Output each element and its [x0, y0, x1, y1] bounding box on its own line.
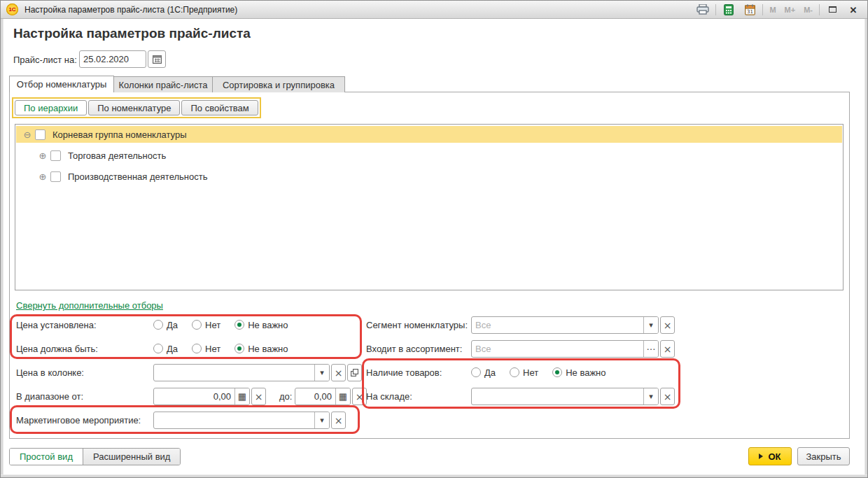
radio-option-yes[interactable]: Да [153, 344, 178, 354]
open-icon [351, 369, 358, 377]
view-tab-by-hierarchy[interactable]: По иерархии [15, 100, 87, 115]
price-set-radio-group: Да Нет Не важно [153, 319, 288, 330]
price-should-be-radio-group: Да Нет Не важно [153, 343, 288, 354]
tab-price-list-columns[interactable]: Колонки прайс-листа [113, 76, 213, 92]
marketing-clear-button[interactable] [331, 412, 346, 429]
tab-nomenclature-selection[interactable]: Отбор номенклатуры [9, 76, 114, 92]
expand-node-icon[interactable] [38, 171, 48, 182]
assortment-clear-button[interactable] [660, 340, 675, 358]
close-button[interactable] [845, 3, 862, 17]
window-frame-left [1, 19, 4, 477]
availability-radio-group: Да Нет Не важно [471, 367, 606, 378]
ellipsis-icon[interactable] [643, 341, 658, 357]
collapse-filters-link[interactable]: Свернуть дополнительные отборы [16, 300, 163, 311]
date-calendar-button[interactable] [148, 50, 166, 68]
view-tab-by-nomenclature[interactable]: По номенклатуре [88, 100, 180, 115]
main-tabs: Отбор номенклатуры Колонки прайс-листа С… [9, 76, 344, 92]
radio-selected-icon [234, 344, 244, 353]
radio-option-no[interactable]: Нет [192, 320, 220, 330]
segment-input[interactable] [472, 317, 643, 333]
tree-checkbox[interactable] [50, 150, 61, 161]
price-list-date-field [79, 50, 146, 68]
assortment-input[interactable] [472, 341, 643, 357]
range-from-clear-button[interactable] [251, 388, 266, 405]
view-switch-group: По иерархии По номенклатуре По свойствам [12, 97, 261, 118]
radio-selected-icon [234, 320, 244, 330]
close-button-label: Закрыть [806, 451, 841, 462]
radio-option-any[interactable]: Не важно [552, 367, 606, 378]
collapse-node-icon[interactable] [22, 129, 32, 140]
ok-button-label: ОК [768, 451, 780, 462]
tree-row-trade-activity[interactable]: Торговая деятельность [16, 147, 842, 164]
titlebar-separator [762, 4, 763, 15]
date-input[interactable] [80, 51, 146, 67]
memory-add-button[interactable]: M+ [783, 6, 798, 14]
memory-recall-button[interactable]: M [767, 6, 778, 14]
price-column-label: Цена в колонке: [16, 367, 84, 378]
expand-node-icon[interactable] [38, 150, 48, 161]
price-column-input[interactable] [154, 365, 314, 381]
radio-option-no[interactable]: Нет [192, 344, 220, 354]
range-to-input[interactable] [295, 388, 335, 405]
radio-option-yes[interactable]: Да [153, 320, 178, 330]
radio-icon [192, 320, 202, 330]
range-from-input[interactable] [154, 388, 234, 405]
maximize-icon [829, 6, 836, 13]
close-icon [850, 3, 858, 16]
range-from-label: В диапазоне от: [16, 391, 83, 402]
tree-row-root-group[interactable]: Корневая группа номенклатуры [16, 126, 842, 143]
nomenclature-tree: Корневая группа номенклатуры Торговая де… [15, 124, 844, 290]
warehouse-field [471, 388, 659, 405]
simple-view-button[interactable]: Простой вид [10, 449, 83, 465]
price-column-open-button[interactable] [347, 364, 362, 381]
price-set-label: Цена установлена: [16, 320, 97, 330]
ok-button[interactable]: ОК [748, 447, 792, 465]
extended-view-button[interactable]: Расширенный вид [83, 449, 180, 465]
tab-sorting-grouping[interactable]: Сортировка и группировка [212, 76, 345, 92]
view-tab-by-properties[interactable]: По свойствам [181, 100, 258, 115]
tree-item-label: Торговая деятельность [68, 150, 166, 161]
range-to-clear-button[interactable] [352, 388, 367, 405]
memory-subtract-button[interactable]: M- [802, 6, 815, 14]
dropdown-icon[interactable] [643, 317, 658, 333]
window-frame-bottom [1, 475, 867, 477]
app-logo-icon: 1С [6, 3, 18, 15]
radio-option-any[interactable]: Не важно [234, 320, 288, 330]
print-icon[interactable] [694, 3, 711, 17]
radio-option-yes[interactable]: Да [471, 367, 496, 378]
radio-icon [153, 344, 163, 353]
tree-item-label: Корневая группа номенклатуры [52, 129, 186, 140]
calc-icon[interactable] [234, 388, 249, 405]
segment-field [471, 316, 659, 334]
titlebar-separator [819, 4, 820, 15]
radio-option-no[interactable]: Нет [510, 367, 538, 378]
maximize-button[interactable] [824, 3, 841, 17]
dropdown-icon[interactable] [643, 388, 658, 405]
price-column-field [153, 364, 330, 381]
range-to-field [295, 388, 351, 405]
radio-option-any[interactable]: Не важно [234, 344, 288, 354]
calendar-button-icon [153, 55, 162, 64]
marketing-input[interactable] [154, 412, 314, 428]
page-title: Настройка параметров прайс-листа [13, 26, 251, 41]
titlebar: 1С Настройка параметров прайс-листа (1С:… [1, 1, 867, 19]
dropdown-icon[interactable] [314, 412, 329, 428]
range-from-field [153, 388, 250, 405]
tree-row-production-activity[interactable]: Производственная деятельность [16, 168, 842, 185]
dropdown-icon[interactable] [314, 365, 329, 381]
calculator-icon[interactable] [720, 3, 737, 17]
tree-checkbox[interactable] [50, 171, 61, 182]
window-title: Настройка параметров прайс-листа (1С:Пре… [24, 5, 237, 15]
radio-selected-icon [552, 367, 562, 377]
tree-checkbox[interactable] [35, 129, 46, 140]
marketing-label: Маркетинговое мероприятие: [16, 415, 141, 426]
warehouse-clear-button[interactable] [660, 388, 675, 405]
calc-icon[interactable] [335, 388, 350, 405]
price-column-clear-button[interactable] [331, 364, 346, 381]
range-to-label: до: [279, 391, 292, 402]
close-dialog-button[interactable]: Закрыть [797, 447, 850, 465]
availability-label: Наличие товаров: [366, 367, 442, 378]
calendar-icon[interactable]: 31 [741, 3, 758, 17]
segment-clear-button[interactable] [660, 316, 675, 334]
warehouse-input[interactable] [472, 388, 643, 405]
